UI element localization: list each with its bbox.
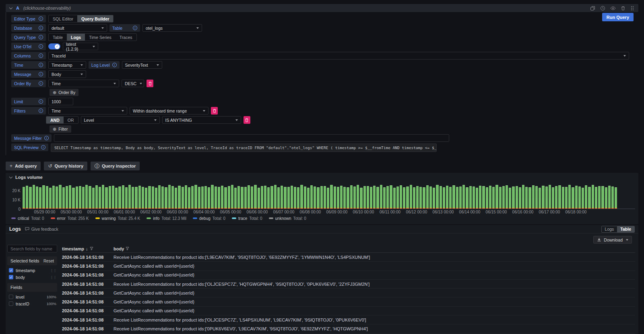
fields-section: Fields (7, 283, 57, 292)
volume-bar (307, 188, 310, 209)
field-checkbox[interactable]: ✓ (9, 275, 13, 279)
order-by-field-select[interactable]: Time (48, 80, 119, 87)
field-checkbox[interactable] (9, 301, 13, 306)
table-row[interactable]: 2024-06-18 14:51:08GetCartAsync called w… (62, 297, 635, 306)
query-inspector-button[interactable]: Query inspector (91, 162, 140, 170)
collapse-chevron-icon[interactable] (9, 6, 12, 9)
message-filter-row: Message Filter (11, 134, 638, 142)
volume-bar (188, 187, 190, 209)
message-filter-label: Message Filter (11, 134, 52, 142)
editor-type-toggle-option-query-builder[interactable]: Query Builder (77, 15, 113, 22)
filter2-operator-select[interactable]: IS ANYTHING (162, 116, 241, 124)
info-icon[interactable] (39, 109, 43, 113)
database-select[interactable]: default (48, 24, 107, 32)
filter2-field-select[interactable]: Level (81, 116, 160, 124)
info-icon[interactable] (44, 136, 49, 140)
message-column-select[interactable]: Body (48, 70, 86, 78)
logs-volume-header[interactable]: Logs volume (6, 173, 638, 182)
history-icon[interactable] (600, 6, 605, 11)
table-row[interactable]: 2024-06-18 14:51:08GetCartAsync called w… (62, 271, 635, 280)
trash-icon[interactable] (621, 6, 625, 11)
log-level-select[interactable]: SeverityText (122, 61, 162, 69)
query-type-toggle-option-time-series[interactable]: Time Series (85, 34, 116, 41)
info-icon[interactable] (39, 99, 43, 104)
legend-item-warning[interactable]: warningTotal: 25.4 K (95, 216, 140, 221)
filter1-operator-select[interactable]: Within dashboard time range (130, 107, 208, 115)
columns-multiselect[interactable]: TraceId (48, 52, 629, 59)
field-checkbox[interactable]: ✓ (9, 268, 13, 273)
field-checkbox[interactable] (9, 295, 13, 299)
add-order-by-button[interactable]: ⊕ Order By (50, 89, 78, 96)
sort-desc-icon[interactable]: ↓ (86, 246, 88, 251)
x-axis-tick: 05/30 00:00 (61, 210, 82, 214)
legend-item-critical[interactable]: criticalTotal: 0 (11, 216, 44, 221)
table-row[interactable]: 2024-06-18 14:51:08Receive ListRecommend… (62, 324, 635, 333)
query-row-header[interactable]: A (clickhouse-observability) (6, 4, 638, 12)
legend-item-debug[interactable]: debugTotal: 0 (193, 216, 225, 221)
reset-fields-button[interactable]: Reset (43, 259, 54, 263)
add-query-button[interactable]: + Add query (6, 162, 41, 170)
query-history-button[interactable]: ↺ Query history (44, 162, 87, 170)
info-icon[interactable] (39, 53, 43, 58)
timestamp-column-header[interactable]: timestamp ↓ (62, 246, 111, 251)
message-filter-input[interactable] (57, 136, 446, 141)
table-row[interactable]: 2024-06-18 14:51:08GetCartAsync called w… (62, 307, 635, 316)
logs-view-toggle-option-logs[interactable]: Logs (602, 226, 617, 232)
query-type-toggle-option-table[interactable]: Table (49, 34, 67, 41)
legend-item-error[interactable]: errorTotal: 255 K (51, 216, 89, 221)
filter-bool-toggle-option-and[interactable]: AND (46, 117, 64, 123)
run-query-button[interactable]: Run Query (602, 13, 634, 21)
info-icon[interactable] (39, 16, 43, 21)
drag-handle-icon[interactable]: ⋮⋮ (50, 275, 56, 279)
legend-item-info[interactable]: infoTotal: 12.3 Mil (147, 216, 186, 221)
remove-filter2-button[interactable] (244, 116, 250, 124)
table-row[interactable]: 2024-06-18 14:51:08Receive ListRecommend… (62, 316, 635, 324)
order-by-direction-select[interactable]: DESC (122, 80, 144, 87)
query-type-toggle-option-traces[interactable]: Traces (116, 34, 136, 41)
info-icon[interactable] (41, 145, 45, 150)
volume-bar (542, 186, 544, 209)
table-select[interactable]: otel_logs (142, 24, 202, 32)
table-row[interactable]: 2024-06-18 14:51:08Receive ListRecommend… (62, 280, 635, 289)
volume-bar (516, 186, 518, 209)
info-icon[interactable] (39, 35, 43, 39)
download-button[interactable]: Download (593, 236, 632, 244)
table-row[interactable]: 2024-06-18 14:51:08GetCartAsync called w… (62, 289, 635, 297)
info-icon[interactable] (133, 26, 137, 30)
otel-version-select[interactable]: latest (1.2.9) (63, 43, 98, 50)
limit-input[interactable] (52, 99, 70, 104)
table-row[interactable]: 2024-06-18 14:51:08Receive ListRecommend… (62, 253, 635, 262)
body-column-header[interactable]: body (111, 246, 635, 251)
editor-type-toggle-option-sql-editor[interactable]: SQL Editor (49, 15, 77, 22)
legend-item-unknown[interactable]: unknownTotal: 0 (269, 216, 306, 221)
eye-icon[interactable] (610, 6, 616, 11)
time-column-select[interactable]: Timestamp (48, 61, 86, 69)
table-row[interactable]: 2024-06-18 14:51:08GetCartAsync called w… (62, 262, 635, 270)
info-icon[interactable] (39, 26, 43, 30)
volume-bar (234, 188, 237, 209)
remove-filter1-button[interactable] (211, 107, 218, 115)
history-icon: ↺ (48, 163, 52, 169)
collapse-chevron-icon[interactable] (9, 175, 12, 178)
give-feedback-link[interactable]: Give feedback (25, 227, 58, 232)
filter-bool-toggle-option-or[interactable]: OR (64, 117, 78, 123)
info-icon[interactable] (39, 81, 43, 86)
logs-volume-panel: Logs volume 20 K10 K0 05/29 00:0005/30 0… (6, 173, 638, 224)
drag-handle-icon[interactable] (630, 6, 634, 11)
use-otel-toggle[interactable]: ✓ (48, 43, 60, 49)
info-icon[interactable] (39, 63, 43, 67)
info-icon[interactable] (112, 63, 117, 67)
remove-order-by-button[interactable] (147, 80, 153, 87)
logs-view-toggle-option-table[interactable]: Table (617, 226, 634, 232)
duplicate-icon[interactable] (590, 6, 595, 11)
search-fields-input[interactable] (10, 246, 54, 251)
sql-preview-label-text: SQL Preview (14, 145, 39, 150)
add-filter-button[interactable]: ⊕ Filter (50, 125, 71, 133)
volume-bar (158, 185, 161, 209)
drag-handle-icon[interactable]: ⋮⋮ (50, 268, 56, 273)
info-icon[interactable] (39, 72, 43, 76)
query-type-toggle-option-logs[interactable]: Logs (67, 34, 85, 41)
filter1-field-select[interactable]: Time (48, 107, 127, 115)
info-icon[interactable] (39, 44, 43, 49)
legend-item-trace[interactable]: traceTotal: 0 (232, 216, 262, 221)
